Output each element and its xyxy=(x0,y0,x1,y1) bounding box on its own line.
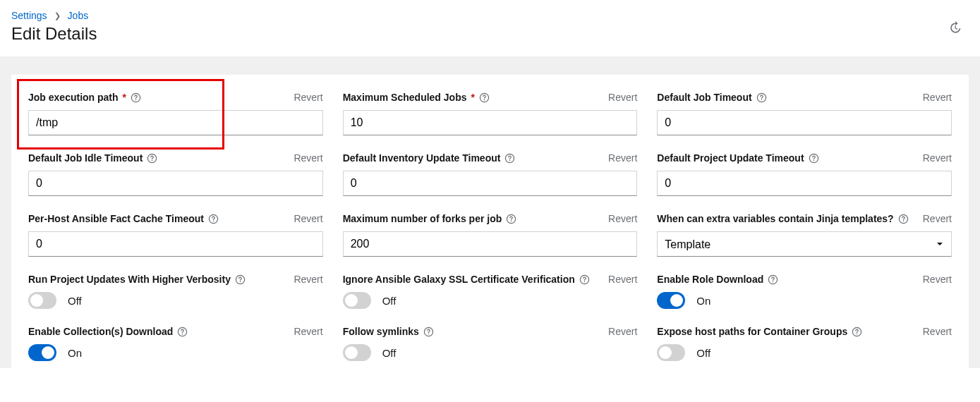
fact-cache-timeout-input[interactable] xyxy=(28,231,323,257)
help-icon[interactable] xyxy=(579,274,590,285)
field-follow-symlinks: Follow symlinks Revert Off xyxy=(343,326,638,361)
jinja-templates-select[interactable]: Template xyxy=(657,231,952,257)
label-idle-timeout: Default Job Idle Timeout xyxy=(28,152,157,164)
idle-timeout-input[interactable] xyxy=(28,171,323,196)
breadcrumb: Settings ❯ Jobs xyxy=(11,10,963,21)
field-role-download: Enable Role Download Revert On xyxy=(657,274,952,309)
page-title: Edit Details xyxy=(11,24,963,44)
help-icon[interactable] xyxy=(756,92,767,103)
field-max-forks: Maximum number of forks per job Revert xyxy=(343,213,638,257)
field-collection-download: Enable Collection(s) Download Revert On xyxy=(28,326,323,361)
collection-download-toggle[interactable] xyxy=(28,344,56,361)
field-fact-cache-timeout: Per-Host Ansible Fact Cache Timeout Reve… xyxy=(28,213,323,257)
verbosity-toggle[interactable] xyxy=(28,292,56,309)
label-default-job-timeout: Default Job Timeout xyxy=(657,92,766,103)
help-icon[interactable] xyxy=(809,153,819,164)
toggle-state-label: Off xyxy=(382,347,397,359)
revert-button[interactable]: Revert xyxy=(923,152,952,164)
revert-button[interactable]: Revert xyxy=(923,274,952,285)
revert-button[interactable]: Revert xyxy=(923,213,952,224)
revert-button[interactable]: Revert xyxy=(294,213,322,224)
field-inventory-update-timeout: Default Inventory Update Timeout Revert xyxy=(343,152,638,196)
label-inventory-update-timeout: Default Inventory Update Timeout xyxy=(343,152,516,164)
label-max-forks: Maximum number of forks per job xyxy=(343,213,517,224)
follow-symlinks-toggle[interactable] xyxy=(343,344,371,361)
toggle-state-label: On xyxy=(68,347,82,359)
label-fact-cache-timeout: Per-Host Ansible Fact Cache Timeout xyxy=(28,213,219,224)
toggle-state-label: Off xyxy=(696,347,710,359)
ignore-ssl-toggle[interactable] xyxy=(343,292,371,309)
toggle-state-label: On xyxy=(696,295,710,307)
default-job-timeout-input[interactable] xyxy=(657,110,952,135)
field-max-scheduled-jobs: Maximum Scheduled Jobs * Revert xyxy=(343,92,638,135)
page-header: Settings ❯ Jobs Edit Details xyxy=(0,0,980,44)
help-icon[interactable] xyxy=(423,327,434,337)
label-project-update-timeout: Default Project Update Timeout xyxy=(657,152,818,164)
required-marker: * xyxy=(471,92,474,103)
label-follow-symlinks: Follow symlinks xyxy=(343,326,434,337)
field-ignore-ssl: Ignore Ansible Galaxy SSL Certificate Ve… xyxy=(343,274,638,309)
label-role-download: Enable Role Download xyxy=(657,274,778,285)
revert-button[interactable]: Revert xyxy=(923,326,952,337)
help-icon[interactable] xyxy=(768,274,778,285)
content-area: Job execution path * Revert Maximum Sche… xyxy=(0,56,980,368)
label-max-scheduled-jobs: Maximum Scheduled Jobs * xyxy=(343,92,490,103)
revert-button[interactable]: Revert xyxy=(294,92,322,103)
revert-button[interactable]: Revert xyxy=(923,92,952,103)
help-icon[interactable] xyxy=(506,214,516,224)
field-job-execution-path: Job execution path * Revert xyxy=(28,92,323,135)
field-expose-host-paths: Expose host paths for Container Groups R… xyxy=(657,326,952,361)
label-collection-download: Enable Collection(s) Download xyxy=(28,326,188,337)
field-jinja-templates: When can extra variables contain Jinja t… xyxy=(657,213,952,257)
inventory-update-timeout-input[interactable] xyxy=(343,171,638,196)
project-update-timeout-input[interactable] xyxy=(657,171,952,196)
revert-button[interactable]: Revert xyxy=(294,152,322,164)
toggle-state-label: Off xyxy=(68,295,82,307)
label-expose-host-paths: Expose host paths for Container Groups xyxy=(657,326,862,337)
help-icon[interactable] xyxy=(504,153,515,164)
required-marker: * xyxy=(123,92,126,103)
toggle-state-label: Off xyxy=(382,295,397,307)
label-jinja-templates: When can extra variables contain Jinja t… xyxy=(657,213,908,224)
field-default-job-timeout: Default Job Timeout Revert xyxy=(657,92,952,135)
revert-button[interactable]: Revert xyxy=(608,152,637,164)
help-icon[interactable] xyxy=(208,214,219,224)
label-ignore-ssl: Ignore Ansible Galaxy SSL Certificate Ve… xyxy=(343,274,590,285)
form-card: Job execution path * Revert Maximum Sche… xyxy=(11,75,969,368)
label-verbosity: Run Project Updates With Higher Verbosit… xyxy=(28,274,246,285)
help-icon[interactable] xyxy=(235,274,246,285)
revert-button[interactable]: Revert xyxy=(608,213,637,224)
breadcrumb-jobs[interactable]: Jobs xyxy=(68,10,89,21)
expose-host-paths-toggle[interactable] xyxy=(657,344,685,361)
role-download-toggle[interactable] xyxy=(657,292,685,309)
chevron-right-icon: ❯ xyxy=(54,11,61,20)
help-icon[interactable] xyxy=(177,327,188,337)
help-icon[interactable] xyxy=(147,153,157,164)
history-icon[interactable] xyxy=(948,21,962,37)
breadcrumb-settings[interactable]: Settings xyxy=(11,10,47,21)
revert-button[interactable]: Revert xyxy=(608,274,637,285)
field-verbosity: Run Project Updates With Higher Verbosit… xyxy=(28,274,323,309)
help-icon[interactable] xyxy=(131,92,141,103)
label-job-execution-path: Job execution path * xyxy=(28,92,141,103)
job-execution-path-input[interactable] xyxy=(28,110,323,135)
max-forks-input[interactable] xyxy=(343,231,638,257)
revert-button[interactable]: Revert xyxy=(608,326,637,337)
revert-button[interactable]: Revert xyxy=(608,92,637,103)
help-icon[interactable] xyxy=(479,92,490,103)
field-idle-timeout: Default Job Idle Timeout Revert xyxy=(28,152,323,196)
help-icon[interactable] xyxy=(898,214,909,224)
help-icon[interactable] xyxy=(852,327,862,337)
revert-button[interactable]: Revert xyxy=(294,274,322,285)
revert-button[interactable]: Revert xyxy=(294,326,322,337)
field-project-update-timeout: Default Project Update Timeout Revert xyxy=(657,152,952,196)
max-scheduled-jobs-input[interactable] xyxy=(343,110,638,135)
